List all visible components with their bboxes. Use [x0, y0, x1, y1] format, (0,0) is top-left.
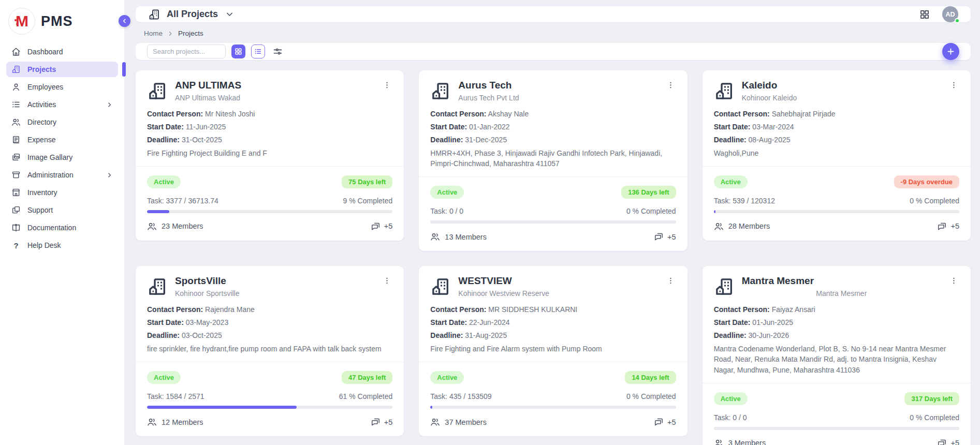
comments-count[interactable]: +5: [371, 221, 393, 231]
project-title: WESTVIEW: [458, 275, 657, 287]
members-count[interactable]: 28 Members: [714, 221, 770, 231]
user-icon: [11, 82, 21, 92]
project-card[interactable]: ANP ULTIMAS ANP Ultimas Wakad Contact Pe…: [136, 70, 404, 241]
avatar[interactable]: AD: [942, 6, 958, 22]
card-menu-button[interactable]: [382, 80, 392, 91]
sidebar-item-label: Projects: [27, 65, 56, 73]
project-card[interactable]: Aurus Tech Aurus Tech Pvt Ltd Contact Pe…: [419, 70, 687, 251]
project-description: HMRR+4XH, Phase 3, Hinjawadi Rajiv Gandh…: [430, 148, 676, 169]
sidebar-item-image-gallery[interactable]: Image Gallary: [6, 150, 118, 165]
days-badge: 136 Days left: [621, 186, 676, 199]
archive-icon: [11, 170, 21, 180]
logo-dot: [14, 19, 17, 21]
project-description: fire sprinkler, fire hydrant,fire pump r…: [147, 344, 392, 354]
sidebar-item-activities[interactable]: Activities: [6, 97, 118, 112]
kebab-icon: [383, 276, 391, 285]
sidebar-item-administration[interactable]: Administration: [6, 167, 118, 183]
comments-count[interactable]: +5: [937, 221, 959, 231]
badges-row: Active 136 Days left: [430, 186, 676, 199]
progress-fill: [147, 210, 169, 213]
card-menu-button[interactable]: [665, 80, 676, 91]
building-icon: [714, 276, 735, 297]
project-title: Kaleido: [742, 80, 941, 91]
list-view-button[interactable]: [251, 44, 265, 58]
status-badge: Active: [714, 175, 748, 188]
apps-grid-icon[interactable]: [919, 9, 930, 20]
progress-bar: [714, 427, 959, 430]
card-title-block: ANP ULTIMAS ANP Ultimas Wakad: [175, 80, 374, 102]
members-label: 3 Members: [728, 439, 766, 445]
status-badge: Active: [430, 371, 464, 384]
sidebar-item-help-desk[interactable]: ? Help Desk: [6, 238, 118, 253]
comments-count[interactable]: +5: [654, 417, 676, 427]
project-title: Mantra Mesmer: [742, 275, 941, 287]
sidebar-item-expense[interactable]: Expense: [6, 132, 118, 147]
progress-fill: [714, 210, 716, 213]
sidebar-collapse-button[interactable]: [119, 15, 130, 27]
project-card[interactable]: SportsVille Kohinoor Sportsville Contact…: [136, 266, 404, 436]
comments-count[interactable]: +5: [937, 438, 959, 445]
projects-toolbar: [136, 43, 971, 60]
days-badge: 14 Days left: [625, 371, 676, 384]
card-meta: Contact Person: Faiyaz Ansari Start Date…: [714, 305, 959, 375]
contact-value: Faiyaz Ansari: [772, 305, 815, 314]
app-root: M PMS Dashboard Projects Employees Activ…: [0, 0, 980, 445]
card-meta: Contact Person: Sahebhajrat Pirjade Star…: [714, 109, 959, 158]
project-card[interactable]: WESTVIEW Kohinoor Westview Reserve Conta…: [419, 266, 687, 436]
sidebar-item-label: Support: [27, 206, 53, 214]
status-badge: Active: [147, 175, 181, 188]
members-count[interactable]: 37 Members: [430, 417, 487, 427]
members-count[interactable]: 13 Members: [430, 232, 487, 242]
deadline-value: 31-Oct-2025: [182, 136, 222, 144]
breadcrumb-home[interactable]: Home: [144, 29, 163, 37]
sidebar-item-employees[interactable]: Employees: [6, 79, 118, 95]
progress-bar: [714, 210, 959, 213]
card-title-block: Kaleido Kohinoor Kaleido: [742, 80, 941, 102]
card-title-block: WESTVIEW Kohinoor Westview Reserve: [458, 275, 657, 298]
building-icon: [147, 81, 168, 101]
task-row: Task: 0 / 0 0 % Completed: [430, 207, 676, 215]
sidebar-item-support[interactable]: Support: [6, 202, 118, 218]
card-menu-button[interactable]: [382, 275, 392, 286]
chevron-down-icon[interactable]: [225, 10, 234, 19]
project-card[interactable]: Mantra Mesmer Mantra Mesmer Contact Pers…: [703, 266, 971, 445]
kebab-icon: [949, 81, 958, 90]
project-subtitle: Kohinoor Westview Reserve: [458, 289, 657, 298]
project-selector[interactable]: All Projects: [148, 8, 234, 21]
card-footer: 3 Members +5: [714, 438, 959, 445]
search-input[interactable]: [147, 44, 226, 58]
badges-row: Active -9 Days overdue: [714, 175, 959, 188]
card-header: Aurus Tech Aurus Tech Pvt Ltd: [430, 80, 676, 102]
project-description: Fire Fighting Project Building E and F: [147, 148, 392, 158]
logo-dot: [18, 17, 19, 18]
filter-button[interactable]: [271, 44, 285, 58]
project-subtitle: Mantra Mesmer: [742, 289, 941, 298]
comments-count[interactable]: +5: [371, 417, 393, 427]
sidebar-item-inventory[interactable]: Inventory: [6, 185, 118, 200]
deadline-value: 31-Dec-2025: [465, 136, 507, 144]
breadcrumb-current: Projects: [178, 29, 203, 37]
task-count: Task: 539 / 120312: [714, 197, 775, 205]
status-badge: Active: [430, 186, 464, 199]
project-title: SportsVille: [175, 275, 374, 287]
card-menu-button[interactable]: [948, 80, 959, 91]
comments-count[interactable]: +5: [654, 232, 676, 242]
add-project-button[interactable]: [942, 43, 959, 60]
card-menu-button[interactable]: [948, 275, 959, 286]
project-subtitle: Kohinoor Sportsville: [175, 289, 374, 298]
sidebar-item-projects[interactable]: Projects: [6, 62, 118, 77]
members-count[interactable]: 12 Members: [147, 417, 203, 427]
deadline-label: Deadline:: [147, 136, 180, 144]
logo-letter: M: [16, 12, 28, 30]
members-label: 37 Members: [445, 418, 487, 426]
grid-view-button[interactable]: [231, 44, 245, 58]
card-menu-button[interactable]: [665, 275, 676, 286]
question-mark-icon: ?: [11, 241, 21, 250]
members-count[interactable]: 23 Members: [147, 221, 203, 231]
sidebar-item-directory[interactable]: Directory: [6, 114, 118, 130]
members-count[interactable]: 3 Members: [714, 438, 766, 445]
list-view-icon: [254, 48, 262, 55]
sidebar-item-documentation[interactable]: Documentation: [6, 220, 118, 235]
sidebar-item-dashboard[interactable]: Dashboard: [6, 44, 118, 60]
project-card[interactable]: Kaleido Kohinoor Kaleido Contact Person:…: [703, 70, 971, 241]
